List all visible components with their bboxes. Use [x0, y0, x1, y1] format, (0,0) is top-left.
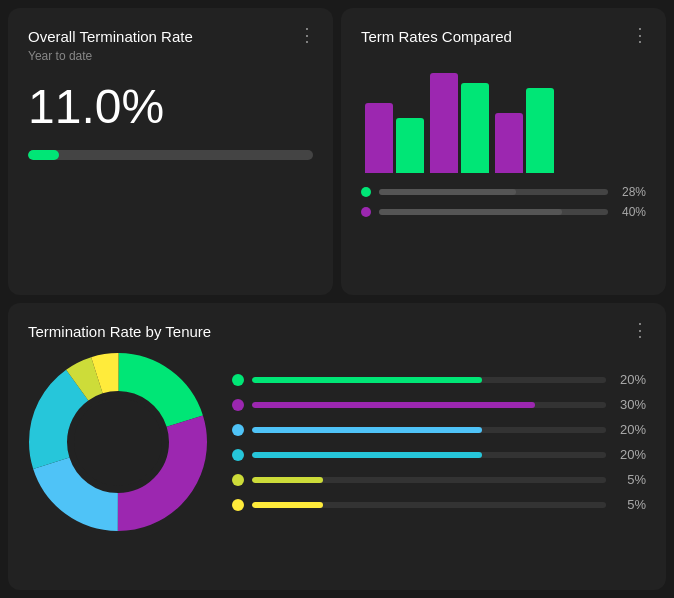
tenure-bar-6	[252, 502, 606, 508]
tenure-legend: 20% 30% 20% 20%	[232, 372, 646, 512]
tenure-bar-fill-2	[252, 402, 535, 408]
tenure-pct-1: 20%	[614, 372, 646, 387]
card3-menu-icon[interactable]: ⋮	[631, 319, 650, 341]
tenure-item-2: 30%	[232, 397, 646, 412]
card1-subtitle: Year to date	[28, 49, 313, 63]
bar-purple-2	[430, 73, 458, 173]
tenure-dot-6	[232, 499, 244, 511]
term-rates-bar-chart	[361, 53, 646, 173]
card1-progress-bar	[28, 150, 313, 160]
tenure-dot-3	[232, 424, 244, 436]
tenure-pct-5: 5%	[614, 472, 646, 487]
tenure-bar-4	[252, 452, 606, 458]
legend-bar-2	[379, 209, 608, 215]
legend-pct-1: 28%	[616, 185, 646, 199]
tenure-dot-4	[232, 449, 244, 461]
legend-bar-1	[379, 189, 608, 195]
card1-progress-fill	[28, 150, 59, 160]
tenure-bar-3	[252, 427, 606, 433]
legend-bar-fill-2	[379, 209, 562, 215]
card1-rate-value: 11.0%	[28, 79, 313, 134]
card3-inner: 20% 30% 20% 20%	[28, 352, 646, 532]
tenure-item-1: 20%	[232, 372, 646, 387]
tenure-bar-fill-6	[252, 502, 323, 508]
term-rates-compared-card: ⋮ Term Rates Compared 28% 40%	[341, 8, 666, 295]
bar-group-1	[365, 103, 424, 173]
bar-green-1	[396, 118, 424, 173]
tenure-pct-6: 5%	[614, 497, 646, 512]
card2-title: Term Rates Compared	[361, 28, 646, 45]
tenure-item-6: 5%	[232, 497, 646, 512]
bar-purple-1	[365, 103, 393, 173]
legend-pct-2: 40%	[616, 205, 646, 219]
tenure-item-5: 5%	[232, 472, 646, 487]
tenure-pct-4: 20%	[614, 447, 646, 462]
legend-item-2: 40%	[361, 205, 646, 219]
bar-green-2	[461, 83, 489, 173]
card2-menu-icon[interactable]: ⋮	[631, 24, 650, 46]
card1-menu-icon[interactable]: ⋮	[298, 24, 317, 46]
tenure-pct-3: 20%	[614, 422, 646, 437]
card1-title: Overall Termination Rate	[28, 28, 313, 45]
donut-hole	[74, 398, 162, 486]
donut-svg	[28, 352, 208, 532]
legend-item-1: 28%	[361, 185, 646, 199]
tenure-bar-2	[252, 402, 606, 408]
legend-dot-1	[361, 187, 371, 197]
overall-termination-rate-card: ⋮ Overall Termination Rate Year to date …	[8, 8, 333, 295]
donut-chart	[28, 352, 208, 532]
tenure-bar-fill-1	[252, 377, 482, 383]
tenure-item-3: 20%	[232, 422, 646, 437]
tenure-pct-2: 30%	[614, 397, 646, 412]
tenure-bar-fill-4	[252, 452, 482, 458]
tenure-bar-5	[252, 477, 606, 483]
card3-title: Termination Rate by Tenure	[28, 323, 646, 340]
termination-rate-by-tenure-card: ⋮ Termination Rate by Tenure	[8, 303, 666, 590]
legend-bar-fill-1	[379, 189, 516, 195]
tenure-item-4: 20%	[232, 447, 646, 462]
tenure-dot-5	[232, 474, 244, 486]
tenure-bar-fill-3	[252, 427, 482, 433]
bar-group-2	[430, 73, 489, 173]
bar-group-3	[495, 88, 554, 173]
legend-dot-2	[361, 207, 371, 217]
tenure-dot-1	[232, 374, 244, 386]
term-rates-legend: 28% 40%	[361, 185, 646, 219]
bar-purple-3	[495, 113, 523, 173]
bar-green-3	[526, 88, 554, 173]
tenure-dot-2	[232, 399, 244, 411]
tenure-bar-fill-5	[252, 477, 323, 483]
tenure-bar-1	[252, 377, 606, 383]
